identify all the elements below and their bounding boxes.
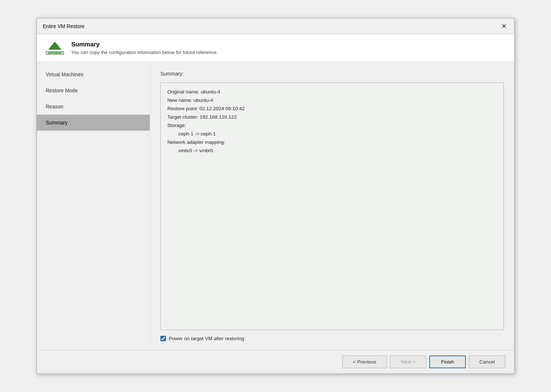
power-on-checkbox[interactable]: [160, 336, 166, 341]
content-area: Virtual Machines Restore Mode Reason Sum…: [37, 62, 514, 350]
main-content: Summary: Original name: ubuntu-4 New nam…: [150, 62, 514, 350]
footer: < Previous Next > Finish Cancel: [37, 350, 514, 373]
header-subtitle: You can copy the configuration informati…: [71, 50, 218, 55]
title-bar: Entire VM Restore ✕: [37, 19, 514, 34]
header-title: Summary: [71, 41, 218, 48]
finish-button[interactable]: Finish: [429, 356, 466, 368]
base-inner-icon: [48, 52, 62, 54]
previous-button[interactable]: < Previous: [342, 356, 387, 368]
cancel-button[interactable]: Cancel: [469, 356, 505, 368]
sidebar-item-summary[interactable]: Summary: [37, 115, 150, 131]
next-button[interactable]: Next >: [390, 356, 426, 368]
summary-textbox: Original name: ubuntu-4 New name: ubuntu…: [160, 82, 504, 330]
power-on-checkbox-row: Power on target VM after restoring: [160, 336, 504, 341]
base-icon: [46, 51, 64, 55]
sidebar-item-virtual-machines[interactable]: Virtual Machines: [37, 66, 150, 82]
arrow-up-icon: [48, 42, 61, 50]
sidebar: Virtual Machines Restore Mode Reason Sum…: [37, 62, 150, 350]
header-area: Summary You can copy the configuration i…: [37, 34, 514, 62]
sidebar-item-restore-mode[interactable]: Restore Mode: [37, 82, 150, 99]
dialog-window: Entire VM Restore ✕ Summary You can copy…: [37, 18, 514, 374]
summary-section-label: Summary:: [160, 71, 504, 77]
header-text: Summary You can copy the configuration i…: [71, 41, 218, 55]
close-button[interactable]: ✕: [500, 22, 508, 30]
power-on-label: Power on target VM after restoring: [169, 336, 244, 341]
window-title: Entire VM Restore: [43, 23, 84, 29]
sidebar-item-reason[interactable]: Reason: [37, 99, 150, 115]
restore-icon: [46, 42, 64, 55]
